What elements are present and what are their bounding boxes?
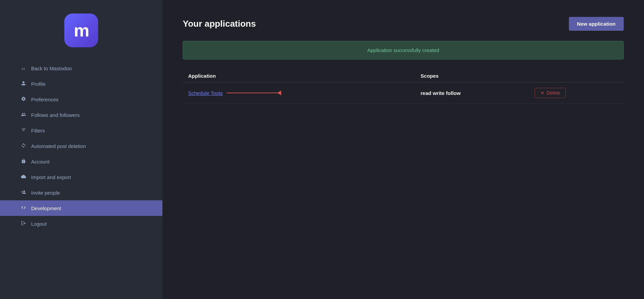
profile-icon xyxy=(20,81,26,87)
back-to-mastodon-label: Back to Mastodon xyxy=(31,66,72,71)
main-content: Your applications New application Applic… xyxy=(162,0,644,299)
nav-item-invite-people: Invite people xyxy=(0,185,162,200)
red-arrow xyxy=(227,93,281,93)
page-title: Your applications xyxy=(183,19,256,29)
nav-item-follows: Follows and followers xyxy=(0,107,162,123)
invite-link[interactable]: Invite people xyxy=(0,185,162,200)
sidebar: m ‹‹ Back to Mastodon Profile Preference… xyxy=(0,0,162,299)
nav-item-back-to-mastodon: ‹‹ Back to Mastodon xyxy=(0,61,162,76)
filter-icon xyxy=(20,127,26,133)
development-label: Development xyxy=(31,205,61,211)
nav-item-development: Development xyxy=(0,200,162,216)
nav-item-logout: Logout xyxy=(0,216,162,231)
mastodon-logo: m xyxy=(64,14,98,47)
delete-button[interactable]: ✕ Delete xyxy=(535,88,566,98)
table-header-row: Application Scopes xyxy=(183,70,624,82)
table-header: Application Scopes xyxy=(183,70,624,82)
filters-link[interactable]: Filters xyxy=(0,123,162,138)
follows-label: Follows and followers xyxy=(31,112,80,118)
development-link[interactable]: Development xyxy=(0,200,162,216)
logout-label: Logout xyxy=(31,221,47,227)
code-icon xyxy=(20,205,26,211)
col-actions xyxy=(529,70,624,82)
import-export-label: Import and export xyxy=(31,174,71,180)
gear-icon xyxy=(20,96,26,102)
auto-delete-label: Automated post deletion xyxy=(31,143,86,149)
nav-list: ‹‹ Back to Mastodon Profile Preferences xyxy=(0,61,162,231)
logout-icon xyxy=(20,221,26,227)
filters-label: Filters xyxy=(31,128,45,133)
app-name-cell: Schedule Toots xyxy=(183,82,415,104)
app-cell: Schedule Toots xyxy=(188,90,410,96)
profile-link[interactable]: Profile xyxy=(0,76,162,92)
back-to-mastodon-link[interactable]: ‹‹ Back to Mastodon xyxy=(0,61,162,76)
col-scopes: Scopes xyxy=(415,70,529,82)
nav-item-account: Account xyxy=(0,154,162,169)
auto-delete-icon xyxy=(20,143,26,149)
preferences-label: Preferences xyxy=(31,97,59,102)
invite-icon xyxy=(20,190,26,196)
applications-table: Application Scopes Schedule Toots read w… xyxy=(183,70,624,104)
invite-label: Invite people xyxy=(31,190,60,196)
import-export-link[interactable]: Import and export xyxy=(0,169,162,185)
delete-x-icon: ✕ xyxy=(540,90,545,96)
page-header: Your applications New application xyxy=(183,17,624,31)
nav-item-auto-delete: Automated post deletion xyxy=(0,138,162,154)
delete-label: Delete xyxy=(547,90,560,96)
auto-delete-link[interactable]: Automated post deletion xyxy=(0,138,162,154)
nav-item-preferences: Preferences xyxy=(0,92,162,107)
nav-item-filters: Filters xyxy=(0,123,162,138)
account-link[interactable]: Account xyxy=(0,154,162,169)
lock-icon xyxy=(20,158,26,165)
account-label: Account xyxy=(31,159,49,165)
preferences-link[interactable]: Preferences xyxy=(0,92,162,107)
table-body: Schedule Toots read write follow ✕ Delet… xyxy=(183,82,624,104)
new-application-button[interactable]: New application xyxy=(569,17,624,31)
back-icon: ‹‹ xyxy=(20,66,26,71)
logout-link[interactable]: Logout xyxy=(0,216,162,231)
cloud-icon xyxy=(20,174,26,180)
nav-item-profile: Profile xyxy=(0,76,162,92)
success-banner: Application successfully created xyxy=(183,41,624,59)
logo-container: m xyxy=(64,14,98,47)
profile-label: Profile xyxy=(31,81,46,87)
follows-link[interactable]: Follows and followers xyxy=(0,107,162,123)
app-name-link[interactable]: Schedule Toots xyxy=(188,90,223,96)
table-row: Schedule Toots read write follow ✕ Delet… xyxy=(183,82,624,104)
actions-cell: ✕ Delete xyxy=(529,82,624,104)
col-application: Application xyxy=(183,70,415,82)
scopes-cell: read write follow xyxy=(415,82,529,104)
nav-item-import-export: Import and export xyxy=(0,169,162,185)
follows-icon xyxy=(20,112,26,118)
success-message: Application successfully created xyxy=(367,47,439,53)
